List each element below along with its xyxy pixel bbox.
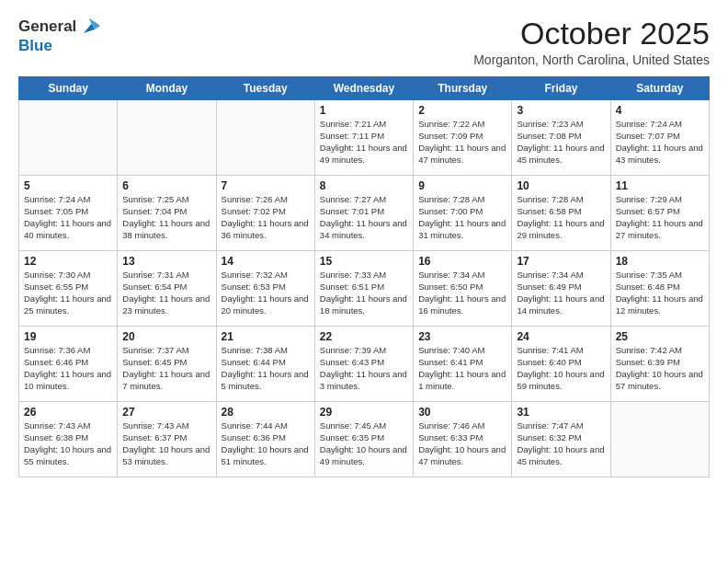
table-row: 8Sunrise: 7:27 AM Sunset: 7:01 PM Daylig… [314, 176, 413, 251]
day-info: Sunrise: 7:43 AM Sunset: 6:38 PM Dayligh… [24, 420, 112, 467]
day-info: Sunrise: 7:42 AM Sunset: 6:39 PM Dayligh… [616, 345, 704, 392]
table-row: 2Sunrise: 7:22 AM Sunset: 7:09 PM Daylig… [414, 100, 512, 176]
calendar-week-row: 12Sunrise: 7:30 AM Sunset: 6:55 PM Dayli… [19, 251, 710, 327]
day-number: 14 [222, 255, 310, 268]
day-number: 17 [517, 255, 605, 268]
day-number: 13 [122, 255, 210, 268]
day-info: Sunrise: 7:33 AM Sunset: 6:51 PM Dayligh… [320, 270, 408, 316]
day-number: 3 [517, 104, 605, 117]
table-row: 6Sunrise: 7:25 AM Sunset: 7:04 PM Daylig… [118, 176, 216, 251]
day-info: Sunrise: 7:30 AM Sunset: 6:55 PM Dayligh… [24, 270, 112, 316]
table-row: 5Sunrise: 7:24 AM Sunset: 7:05 PM Daylig… [19, 176, 118, 251]
day-info: Sunrise: 7:34 AM Sunset: 6:49 PM Dayligh… [517, 270, 605, 316]
table-row: 27Sunrise: 7:43 AM Sunset: 6:37 PM Dayli… [118, 402, 216, 477]
day-number: 12 [24, 255, 112, 268]
day-number: 9 [418, 179, 506, 192]
header: General Blue October 2025 Morganton, Nor… [18, 17, 710, 67]
day-number: 11 [616, 179, 704, 192]
calendar-week-row: 26Sunrise: 7:43 AM Sunset: 6:38 PM Dayli… [19, 402, 710, 477]
table-row: 16Sunrise: 7:34 AM Sunset: 6:50 PM Dayli… [414, 251, 512, 327]
table-row: 10Sunrise: 7:28 AM Sunset: 6:58 PM Dayli… [512, 176, 610, 251]
day-number: 10 [517, 179, 605, 192]
day-number: 6 [122, 179, 210, 192]
day-info: Sunrise: 7:32 AM Sunset: 6:53 PM Dayligh… [222, 270, 310, 316]
logo-bird-icon [76, 17, 100, 37]
day-info: Sunrise: 7:21 AM Sunset: 7:11 PM Dayligh… [320, 119, 408, 166]
day-number: 8 [320, 179, 408, 192]
table-row: 12Sunrise: 7:30 AM Sunset: 6:55 PM Dayli… [19, 251, 118, 327]
day-info: Sunrise: 7:28 AM Sunset: 6:58 PM Dayligh… [517, 194, 605, 241]
table-row: 9Sunrise: 7:28 AM Sunset: 7:00 PM Daylig… [414, 176, 512, 251]
calendar-week-row: 19Sunrise: 7:36 AM Sunset: 6:46 PM Dayli… [19, 327, 710, 402]
day-info: Sunrise: 7:36 AM Sunset: 6:46 PM Dayligh… [24, 345, 112, 392]
calendar-week-row: 1Sunrise: 7:21 AM Sunset: 7:11 PM Daylig… [19, 100, 710, 176]
day-info: Sunrise: 7:43 AM Sunset: 6:37 PM Dayligh… [122, 420, 210, 467]
table-row: 1Sunrise: 7:21 AM Sunset: 7:11 PM Daylig… [314, 100, 413, 176]
header-saturday: Saturday [610, 77, 709, 100]
table-row: 26Sunrise: 7:43 AM Sunset: 6:38 PM Dayli… [19, 402, 118, 477]
logo-blue-text: Blue [18, 37, 52, 54]
table-row: 30Sunrise: 7:46 AM Sunset: 6:33 PM Dayli… [414, 402, 512, 477]
day-info: Sunrise: 7:38 AM Sunset: 6:44 PM Dayligh… [222, 345, 310, 392]
day-number: 18 [616, 255, 704, 268]
day-number: 19 [24, 330, 112, 343]
day-info: Sunrise: 7:46 AM Sunset: 6:33 PM Dayligh… [418, 420, 506, 467]
day-info: Sunrise: 7:24 AM Sunset: 7:05 PM Dayligh… [24, 194, 112, 241]
header-tuesday: Tuesday [216, 77, 314, 100]
header-monday: Monday [118, 77, 216, 100]
header-thursday: Thursday [414, 77, 512, 100]
table-row: 29Sunrise: 7:45 AM Sunset: 6:35 PM Dayli… [314, 402, 413, 477]
day-info: Sunrise: 7:27 AM Sunset: 7:01 PM Dayligh… [320, 194, 408, 241]
day-number: 23 [418, 330, 506, 343]
table-row: 21Sunrise: 7:38 AM Sunset: 6:44 PM Dayli… [216, 327, 314, 402]
day-info: Sunrise: 7:37 AM Sunset: 6:45 PM Dayligh… [122, 345, 210, 392]
day-info: Sunrise: 7:22 AM Sunset: 7:09 PM Dayligh… [418, 119, 506, 166]
table-row: 17Sunrise: 7:34 AM Sunset: 6:49 PM Dayli… [512, 251, 610, 327]
day-number: 2 [418, 104, 506, 117]
table-row [216, 100, 314, 176]
calendar-table: Sunday Monday Tuesday Wednesday Thursday… [18, 76, 710, 477]
day-info: Sunrise: 7:34 AM Sunset: 6:50 PM Dayligh… [418, 270, 506, 316]
table-row: 7Sunrise: 7:26 AM Sunset: 7:02 PM Daylig… [216, 176, 314, 251]
day-info: Sunrise: 7:28 AM Sunset: 7:00 PM Dayligh… [418, 194, 506, 241]
header-sunday: Sunday [19, 77, 118, 100]
day-info: Sunrise: 7:41 AM Sunset: 6:40 PM Dayligh… [517, 345, 605, 392]
day-info: Sunrise: 7:35 AM Sunset: 6:48 PM Dayligh… [616, 270, 704, 316]
day-number: 26 [24, 406, 112, 419]
table-row: 31Sunrise: 7:47 AM Sunset: 6:32 PM Dayli… [512, 402, 610, 477]
day-number: 29 [320, 406, 408, 419]
table-row: 15Sunrise: 7:33 AM Sunset: 6:51 PM Dayli… [314, 251, 413, 327]
day-number: 22 [320, 330, 408, 343]
table-row: 19Sunrise: 7:36 AM Sunset: 6:46 PM Dayli… [19, 327, 118, 402]
calendar-week-row: 5Sunrise: 7:24 AM Sunset: 7:05 PM Daylig… [19, 176, 710, 251]
table-row [118, 100, 216, 176]
day-number: 16 [418, 255, 506, 268]
day-info: Sunrise: 7:23 AM Sunset: 7:08 PM Dayligh… [517, 119, 605, 166]
day-number: 1 [320, 104, 408, 117]
table-row: 18Sunrise: 7:35 AM Sunset: 6:48 PM Dayli… [610, 251, 709, 327]
day-info: Sunrise: 7:29 AM Sunset: 6:57 PM Dayligh… [616, 194, 704, 241]
day-info: Sunrise: 7:40 AM Sunset: 6:41 PM Dayligh… [418, 345, 506, 392]
location: Morganton, North Carolina, United States [473, 52, 710, 67]
day-number: 4 [616, 104, 704, 117]
day-info: Sunrise: 7:25 AM Sunset: 7:04 PM Dayligh… [122, 194, 210, 241]
day-info: Sunrise: 7:26 AM Sunset: 7:02 PM Dayligh… [222, 194, 310, 241]
calendar-header-row: Sunday Monday Tuesday Wednesday Thursday… [19, 77, 710, 100]
day-info: Sunrise: 7:31 AM Sunset: 6:54 PM Dayligh… [122, 270, 210, 316]
month-title: October 2025 [473, 17, 710, 51]
title-block: October 2025 Morganton, North Carolina, … [473, 17, 710, 67]
table-row [19, 100, 118, 176]
day-number: 27 [122, 406, 210, 419]
table-row: 25Sunrise: 7:42 AM Sunset: 6:39 PM Dayli… [610, 327, 709, 402]
table-row: 20Sunrise: 7:37 AM Sunset: 6:45 PM Dayli… [118, 327, 216, 402]
logo: General Blue [18, 17, 100, 55]
day-info: Sunrise: 7:39 AM Sunset: 6:43 PM Dayligh… [320, 345, 408, 392]
day-info: Sunrise: 7:24 AM Sunset: 7:07 PM Dayligh… [616, 119, 704, 166]
header-friday: Friday [512, 77, 610, 100]
table-row: 4Sunrise: 7:24 AM Sunset: 7:07 PM Daylig… [610, 100, 709, 176]
day-number: 15 [320, 255, 408, 268]
table-row: 24Sunrise: 7:41 AM Sunset: 6:40 PM Dayli… [512, 327, 610, 402]
page: General Blue October 2025 Morganton, Nor… [0, 0, 728, 563]
day-number: 7 [222, 179, 310, 192]
day-info: Sunrise: 7:44 AM Sunset: 6:36 PM Dayligh… [222, 420, 310, 467]
